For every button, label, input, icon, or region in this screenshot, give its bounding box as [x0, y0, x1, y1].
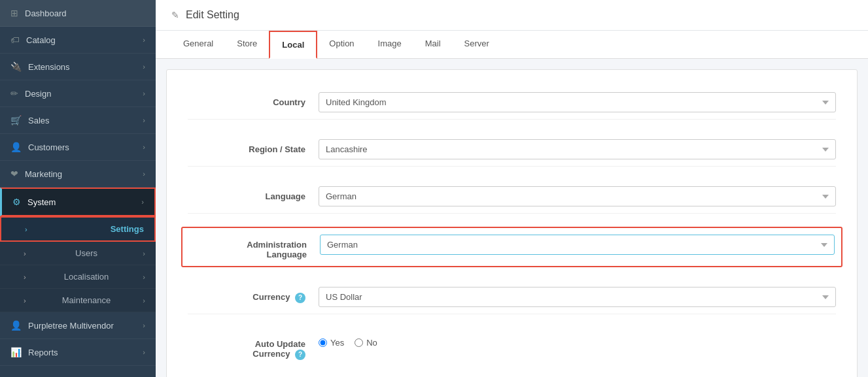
- sidebar-label-dashboard: Dashboard: [25, 8, 67, 18]
- region-select[interactable]: Lancashire: [319, 139, 836, 159]
- form-row-region: Region / State Lancashire: [188, 133, 836, 167]
- tab-local[interactable]: Local: [269, 31, 317, 59]
- purpletree-arrow: ›: [143, 321, 145, 329]
- sidebar-item-reports[interactable]: 📊 Reports ›: [0, 339, 156, 366]
- sidebar-label-design: Design: [25, 89, 51, 99]
- auto-update-yes-label[interactable]: Yes: [319, 338, 344, 348]
- tab-store[interactable]: Store: [225, 31, 269, 58]
- sidebar-label-marketing: Marketing: [25, 169, 62, 179]
- tabs: General Store Local Option Image Mail Se…: [171, 31, 852, 58]
- design-arrow: ›: [143, 90, 145, 97]
- sidebar-item-design[interactable]: ✏ Design ›: [0, 80, 156, 107]
- auto-update-no-text: No: [366, 338, 377, 348]
- auto-update-label: Auto Update Currency ?: [188, 334, 319, 360]
- form-row-currency: Currency ? US Dollar: [188, 280, 836, 314]
- form-row-country: Country United Kingdom: [188, 86, 836, 120]
- customers-icon: 👤: [10, 142, 22, 152]
- language-control: German: [319, 186, 836, 206]
- tab-image[interactable]: Image: [366, 31, 413, 58]
- extensions-icon: 🔌: [10, 61, 22, 72]
- sidebar-label-purpletree: Purpletree Multivendor: [28, 321, 114, 331]
- sidebar-sub-item-settings[interactable]: › Settings: [0, 216, 156, 242]
- reports-icon: 📊: [10, 347, 22, 357]
- admin-language-label: Administration Language: [189, 235, 320, 259]
- form-area: Country United Kingdom Region / State La…: [166, 69, 858, 377]
- form-row-auto-update: Auto Update Currency ? Yes No: [188, 327, 836, 367]
- sidebar-submenu-system: › Settings › Users › › Localisation › › …: [0, 216, 156, 312]
- form-row-language: Language German: [188, 180, 836, 214]
- marketing-icon: ❤: [10, 169, 18, 179]
- tab-option[interactable]: Option: [317, 31, 366, 58]
- localisation-sub-arrow: ›: [143, 273, 145, 281]
- language-select[interactable]: German: [319, 186, 836, 206]
- marketing-arrow: ›: [143, 170, 145, 178]
- tab-mail[interactable]: Mail: [413, 31, 453, 58]
- sidebar-label-catalog: Catalog: [26, 35, 56, 45]
- sidebar-item-extensions[interactable]: 🔌 Extensions ›: [0, 54, 156, 80]
- design-icon: ✏: [10, 88, 18, 99]
- sidebar-label-sales: Sales: [28, 116, 50, 125]
- extensions-arrow: ›: [143, 63, 145, 71]
- sales-arrow: ›: [143, 116, 145, 124]
- sidebar-item-marketing[interactable]: ❤ Marketing ›: [0, 161, 156, 188]
- catalog-icon: 🏷: [10, 35, 20, 45]
- currency-control: US Dollar: [319, 287, 836, 307]
- auto-update-yes-radio[interactable]: [319, 338, 327, 347]
- region-control: Lancashire: [319, 139, 836, 159]
- tab-general[interactable]: General: [171, 31, 225, 58]
- form-row-admin-language: Administration Language German: [181, 227, 842, 267]
- country-select[interactable]: United Kingdom: [319, 92, 836, 112]
- system-icon: ⚙: [12, 197, 21, 207]
- sidebar-label-reports: Reports: [28, 348, 58, 357]
- tab-server[interactable]: Server: [453, 31, 501, 58]
- sidebar-item-system[interactable]: ⚙ System ›: [0, 188, 156, 216]
- page-header: ✎ Edit Setting: [156, 0, 868, 31]
- sidebar-item-customers[interactable]: 👤 Customers ›: [0, 134, 156, 161]
- region-label: Region / State: [188, 139, 319, 154]
- catalog-arrow: ›: [143, 36, 145, 44]
- admin-language-select[interactable]: German: [320, 235, 835, 255]
- sidebar-sub-item-maintenance[interactable]: › Maintenance ›: [0, 289, 156, 312]
- dashboard-icon: ⊞: [10, 8, 18, 18]
- sidebar-sub-label-settings: Settings: [111, 224, 144, 234]
- sidebar-sub-label-users: Users: [75, 248, 97, 258]
- sidebar-item-dashboard[interactable]: ⊞ Dashboard: [0, 0, 156, 27]
- sidebar-sub-item-users[interactable]: › Users ›: [0, 242, 156, 265]
- sales-icon: 🛒: [10, 115, 22, 125]
- sidebar-label-extensions: Extensions: [28, 62, 70, 72]
- tabs-container: General Store Local Option Image Mail Se…: [156, 31, 868, 59]
- auto-update-control: Yes No: [319, 334, 836, 348]
- pencil-icon: ✎: [171, 10, 179, 20]
- country-label: Country: [188, 92, 319, 107]
- sidebar-sub-label-maintenance: Maintenance: [62, 295, 111, 305]
- sidebar-item-sales[interactable]: 🛒 Sales ›: [0, 107, 156, 134]
- system-arrow: ›: [141, 198, 144, 206]
- auto-update-radio-group: Yes No: [319, 334, 836, 348]
- reports-arrow: ›: [143, 348, 145, 356]
- sidebar-item-purpletree[interactable]: 👤 Purpletree Multivendor ›: [0, 312, 156, 339]
- auto-update-no-radio[interactable]: [355, 338, 363, 347]
- users-sub-arrow: ›: [143, 250, 145, 257]
- sidebar-sub-label-localisation: Localisation: [64, 272, 109, 282]
- sidebar-item-catalog[interactable]: 🏷 Catalog ›: [0, 27, 156, 54]
- sidebar: ⊞ Dashboard 🏷 Catalog › 🔌 Extensions › ✏…: [0, 0, 156, 377]
- page-title: Edit Setting: [186, 9, 239, 21]
- currency-select[interactable]: US Dollar: [319, 287, 836, 307]
- country-control: United Kingdom: [319, 92, 836, 112]
- customers-arrow: ›: [143, 143, 145, 151]
- main-content: ✎ Edit Setting General Store Local Optio…: [156, 0, 868, 377]
- sidebar-label-system: System: [27, 197, 56, 207]
- sidebar-sub-item-localisation[interactable]: › Localisation ›: [0, 265, 156, 289]
- language-label: Language: [188, 186, 319, 201]
- auto-update-yes-text: Yes: [330, 338, 344, 348]
- currency-help-icon[interactable]: ?: [295, 293, 305, 303]
- auto-update-no-label[interactable]: No: [355, 338, 377, 348]
- purpletree-icon: 👤: [10, 320, 22, 331]
- auto-update-help-icon[interactable]: ?: [295, 350, 305, 360]
- maintenance-sub-arrow: ›: [143, 297, 145, 304]
- currency-label: Currency ?: [188, 287, 319, 303]
- sidebar-label-customers: Customers: [28, 142, 69, 152]
- admin-language-control: German: [320, 235, 835, 255]
